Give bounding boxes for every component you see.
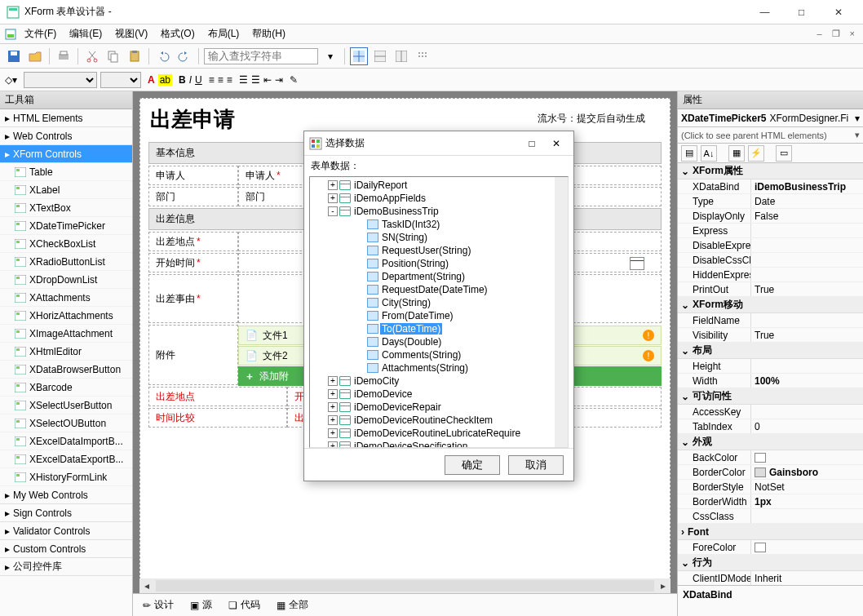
list-number-icon[interactable]: ☰: [239, 74, 248, 86]
property-category[interactable]: ⌄XForm属性: [678, 163, 863, 179]
scroll-left-icon[interactable]: ◂: [139, 579, 154, 592]
tree-expand-icon[interactable]: +: [328, 180, 338, 190]
tree-expand-icon[interactable]: +: [328, 428, 338, 438]
outdent-icon[interactable]: ⇤: [263, 74, 272, 86]
property-category[interactable]: ⌄行为: [678, 555, 863, 571]
tree-node-label[interactable]: iDemoDeviceSpecification: [352, 441, 469, 448]
bold-icon[interactable]: B: [179, 74, 186, 86]
open-icon[interactable]: [26, 47, 44, 65]
parent-elements-link[interactable]: (Click to see parent HTML elements)▾: [678, 127, 863, 144]
toolbox-item[interactable]: Table: [0, 163, 132, 181]
toolbox-item[interactable]: XExcelDataImportB...: [0, 432, 132, 450]
toolbox-item[interactable]: XHistoryFormLink: [0, 468, 132, 486]
horizontal-scrollbar[interactable]: ◂ ▸: [139, 578, 670, 593]
collapse-icon[interactable]: ⌄: [681, 557, 689, 569]
redo-icon[interactable]: [175, 47, 193, 65]
layout-grid-icon[interactable]: [350, 47, 368, 65]
calendar-icon[interactable]: [630, 257, 644, 270]
layout-dots-icon[interactable]: [414, 47, 432, 65]
property-category[interactable]: ⌄外观: [678, 434, 863, 450]
tree-node-label[interactable]: iDemoAppFields: [352, 193, 427, 204]
dialog-maximize-button[interactable]: □: [520, 134, 544, 153]
cut-icon[interactable]: [83, 47, 101, 65]
indent-icon[interactable]: ⇥: [275, 74, 283, 86]
tree-expand-icon[interactable]: -: [328, 206, 338, 216]
paste-icon[interactable]: [126, 47, 144, 65]
tree-node-label[interactable]: iDemoDeviceRepair: [352, 401, 443, 413]
property-category[interactable]: ⌄可访问性: [678, 388, 863, 405]
align-left-icon[interactable]: ≡: [209, 74, 215, 86]
list-bullet-icon[interactable]: ☰: [251, 74, 260, 86]
collapse-icon[interactable]: ⌄: [681, 437, 689, 448]
toolbox-item[interactable]: XExcelDataExportB...: [0, 450, 132, 468]
property-row[interactable]: TabIndex0: [678, 419, 863, 434]
toolbox-item[interactable]: XCheckBoxList: [0, 235, 132, 253]
toolbox-item[interactable]: XLabel: [0, 181, 132, 199]
tree-node-label[interactable]: RequestDate(DateTime): [380, 284, 489, 295]
toolbox-item[interactable]: XImageAttachment: [0, 325, 132, 343]
tree-expand-icon[interactable]: +: [328, 402, 338, 412]
align-right-icon[interactable]: ≡: [227, 74, 232, 86]
toolbox-cat-validator[interactable]: ▸Validator Controls: [0, 522, 132, 540]
property-row[interactable]: TypeDate: [678, 194, 863, 209]
tab-design[interactable]: ✏设计: [138, 596, 179, 614]
toolbox-cat-custom[interactable]: ▸Custom Controls: [0, 540, 132, 558]
property-row[interactable]: HiddenExpress: [678, 268, 863, 282]
save-icon[interactable]: [5, 47, 23, 65]
italic-icon[interactable]: I: [189, 74, 192, 86]
tree-node-label[interactable]: iDemoDevice: [352, 388, 414, 400]
element-dropdown-icon[interactable]: ◇▾: [5, 74, 17, 86]
menu-layout[interactable]: 布局(L): [201, 25, 246, 42]
toolbox-cat-html[interactable]: ▸HTML Elements: [0, 109, 132, 127]
property-row[interactable]: CssClass: [678, 509, 863, 524]
underline-icon[interactable]: U: [195, 74, 202, 86]
property-row[interactable]: BackColor: [678, 450, 863, 465]
toolbox-item[interactable]: XBarcode: [0, 379, 132, 397]
property-row[interactable]: XDataBindiDemoBusinessTrip: [678, 179, 863, 194]
tree-node-label[interactable]: iDemoDeviceRoutineCheckItem: [352, 414, 494, 426]
property-category[interactable]: ⌄布局: [678, 343, 863, 359]
dialog-close-button[interactable]: ✕: [544, 134, 569, 153]
property-row[interactable]: BorderStyleNotSet: [678, 480, 863, 494]
tree-node-label[interactable]: From(DateTime): [380, 310, 455, 321]
toolbox-item[interactable]: XTextBox: [0, 199, 132, 217]
tree-node-label[interactable]: Days(Double): [380, 336, 443, 348]
property-category[interactable]: ›Font: [678, 524, 863, 540]
print-icon[interactable]: [55, 47, 73, 65]
highlight-icon[interactable]: ab: [158, 74, 172, 86]
tree-node-label[interactable]: SN(String): [380, 232, 429, 243]
tree-node-label[interactable]: Department(String): [380, 271, 467, 282]
property-row[interactable]: Express: [678, 224, 863, 238]
property-row[interactable]: DisplayOnlyFalse: [678, 209, 863, 224]
toolbox-cat-sign[interactable]: ▸Sign Controls: [0, 504, 132, 522]
minimize-button[interactable]: —: [746, 1, 783, 24]
tab-code[interactable]: ❏代码: [223, 596, 265, 614]
property-row[interactable]: VisibilityTrue: [678, 328, 863, 343]
search-input[interactable]: [204, 48, 318, 64]
toolbox-item[interactable]: XDropDownList: [0, 271, 132, 289]
collapse-icon[interactable]: ⌄: [681, 345, 689, 357]
categorized-icon[interactable]: ▤: [681, 145, 697, 162]
mdi-close[interactable]: ×: [847, 29, 858, 39]
property-object-selector[interactable]: XDateTimePicker5 XFormDesigner.Fi ▾: [678, 109, 863, 127]
app-menu-icon[interactable]: [5, 28, 18, 41]
maximize-button[interactable]: □: [783, 1, 820, 24]
toolbox-item[interactable]: XDataBrowserButton: [0, 361, 132, 379]
tree-expand-icon[interactable]: +: [328, 441, 338, 448]
properties-icon[interactable]: ▦: [728, 145, 745, 162]
tab-all[interactable]: ▦全部: [272, 596, 313, 614]
tree-node-label[interactable]: Position(String): [380, 258, 450, 269]
menu-file[interactable]: 文件(F): [18, 25, 63, 42]
toolbox-cat-company[interactable]: ▸公司控件库: [0, 558, 132, 576]
close-button[interactable]: ✕: [820, 1, 856, 24]
collapse-icon[interactable]: ⌄: [681, 299, 689, 311]
property-row[interactable]: Width100%: [678, 374, 863, 388]
menu-help[interactable]: 帮助(H): [246, 25, 292, 42]
property-row[interactable]: ClientIDModeInherit: [678, 571, 863, 585]
toolbox-item[interactable]: XSelectUserButton: [0, 397, 132, 414]
toolbox-cat-web[interactable]: ▸Web Controls: [0, 127, 132, 145]
undo-icon[interactable]: [154, 47, 172, 65]
menu-edit[interactable]: 编辑(E): [63, 25, 108, 42]
collapse-icon[interactable]: ⌄: [681, 391, 689, 402]
tree-expand-icon[interactable]: +: [328, 376, 338, 386]
